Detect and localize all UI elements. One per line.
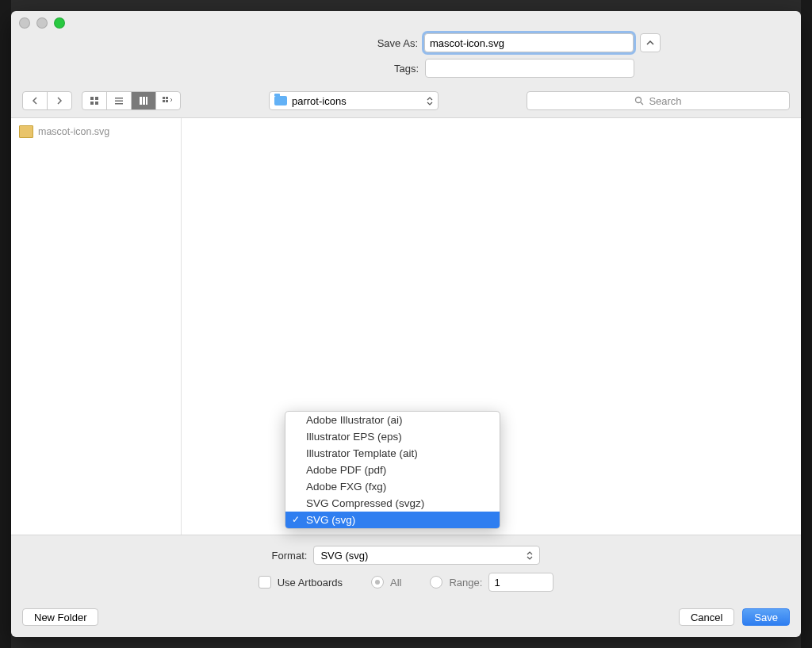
minimize-window-button[interactable] — [36, 17, 48, 29]
svg-rect-2 — [90, 102, 94, 105]
svg-rect-6 — [115, 103, 123, 105]
search-placeholder: Search — [649, 95, 681, 107]
forward-button[interactable] — [48, 92, 71, 109]
svg-rect-9 — [146, 97, 147, 105]
chevron-right-icon — [56, 97, 63, 105]
back-button[interactable] — [23, 92, 48, 109]
tags-input[interactable] — [425, 59, 634, 78]
svg-line-15 — [641, 102, 643, 105]
format-option[interactable]: SVG Compressed (svgz) — [285, 495, 500, 512]
file-column: mascot-icon.svg — [11, 118, 182, 535]
svg-rect-11 — [166, 97, 168, 99]
search-icon — [634, 96, 644, 105]
svg-rect-1 — [95, 97, 98, 100]
zoom-window-button[interactable] — [54, 17, 65, 29]
svg-rect-10 — [163, 97, 165, 99]
save-as-input[interactable] — [424, 33, 634, 52]
format-option[interactable]: Adobe PDF (pdf) — [285, 462, 500, 478]
use-artboards-label: Use Artboards — [278, 577, 343, 589]
format-current-value: SVG (svg) — [320, 550, 368, 562]
close-window-button[interactable] — [19, 17, 30, 29]
use-artboards-checkbox[interactable] — [259, 576, 271, 589]
icon-view-button[interactable] — [82, 92, 107, 109]
format-option[interactable]: SVG (svg) — [285, 512, 500, 528]
all-label: All — [390, 577, 401, 589]
location-popup[interactable]: parrot-icons — [269, 91, 439, 110]
save-dialog: Save As: Tags: — [11, 11, 801, 637]
collapse-toggle-button[interactable] — [640, 33, 661, 52]
svg-rect-7 — [140, 97, 142, 105]
file-item[interactable]: mascot-icon.svg — [11, 123, 181, 140]
up-down-icon — [427, 97, 433, 105]
window-controls — [19, 17, 65, 29]
svg-rect-12 — [163, 100, 165, 102]
search-field[interactable]: Search — [527, 91, 790, 110]
columns-icon — [139, 96, 148, 105]
new-folder-button[interactable]: New Folder — [22, 608, 98, 626]
svg-rect-8 — [143, 97, 145, 105]
chevron-up-icon — [646, 39, 654, 47]
location-name: parrot-icons — [292, 95, 347, 107]
format-option[interactable]: Adobe FXG (fxg) — [285, 478, 500, 495]
save-button[interactable]: Save — [742, 608, 790, 626]
format-option[interactable]: Adobe Illustrator (ai) — [285, 412, 500, 428]
tags-label: Tags: — [152, 63, 419, 75]
file-name: mascot-icon.svg — [38, 126, 109, 137]
nav-back-forward — [22, 91, 72, 110]
range-input[interactable] — [488, 573, 553, 592]
folder-icon — [274, 96, 287, 105]
svg-rect-4 — [115, 98, 123, 99]
gallery-icon — [162, 96, 174, 105]
format-option[interactable]: Illustrator EPS (eps) — [285, 428, 500, 445]
svg-rect-0 — [90, 97, 94, 100]
format-label: Format: — [272, 550, 308, 562]
file-thumbnail-icon — [19, 125, 33, 138]
svg-rect-3 — [95, 102, 98, 105]
column-view-button[interactable] — [132, 92, 156, 109]
svg-point-14 — [636, 98, 642, 103]
svg-rect-5 — [115, 101, 123, 102]
svg-rect-13 — [166, 100, 168, 102]
cancel-button[interactable]: Cancel — [679, 608, 734, 626]
save-as-label: Save As: — [151, 37, 418, 49]
range-radio[interactable] — [430, 576, 442, 589]
format-popup[interactable]: SVG (svg) — [313, 546, 540, 565]
up-down-icon — [527, 551, 533, 560]
format-option[interactable]: Illustrator Template (ait) — [285, 445, 500, 462]
range-label: Range: — [449, 577, 482, 589]
list-view-button[interactable] — [107, 92, 132, 109]
chevron-left-icon — [31, 97, 39, 105]
gallery-view-button[interactable] — [156, 92, 180, 109]
list-icon — [114, 96, 124, 105]
view-mode-segment — [82, 91, 181, 110]
grid-icon — [90, 96, 99, 105]
all-radio[interactable] — [371, 576, 384, 589]
format-dropdown-menu: Adobe Illustrator (ai)Illustrator EPS (e… — [285, 411, 500, 529]
